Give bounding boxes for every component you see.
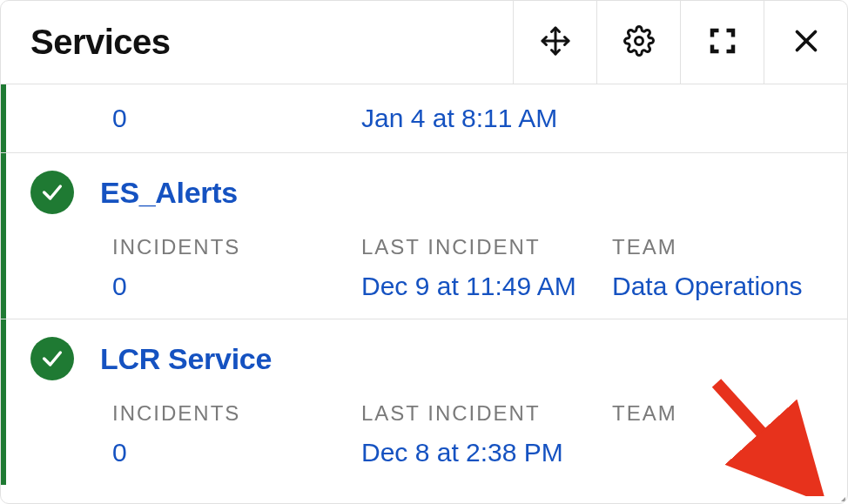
close-button[interactable] <box>764 1 847 84</box>
last-incident-value[interactable]: Dec 9 at 11:49 AM <box>361 272 612 301</box>
svg-point-2 <box>635 37 643 44</box>
team-label: Team <box>612 235 818 259</box>
service-row[interactable]: ES_Alerts Incidents 0 Last Incident Dec … <box>1 153 847 319</box>
status-edge <box>1 153 6 319</box>
service-row[interactable]: 0 Jan 4 at 8:11 AM <box>1 84 847 153</box>
expand-icon <box>707 25 738 60</box>
incidents-value[interactable]: 0 <box>112 104 361 133</box>
panel-toolbar <box>513 1 847 84</box>
service-name-link[interactable]: ES_Alerts <box>100 176 238 210</box>
last-incident-value[interactable]: Jan 4 at 8:11 AM <box>361 104 612 133</box>
status-ok-icon <box>30 171 74 214</box>
service-row[interactable]: LCR Service Incidents 0 Last Incident De… <box>1 319 847 485</box>
resize-handle[interactable] <box>831 487 845 501</box>
status-edge <box>1 319 6 485</box>
team-label: Team <box>612 401 818 426</box>
last-incident-value[interactable]: Dec 8 at 2:38 PM <box>361 438 612 467</box>
services-panel: Services <box>0 0 848 504</box>
move-button[interactable] <box>513 1 596 84</box>
close-icon <box>791 25 822 60</box>
last-incident-label: Last Incident <box>361 401 612 426</box>
status-ok-icon <box>30 337 74 380</box>
last-incident-label: Last Incident <box>361 235 612 259</box>
incidents-label: Incidents <box>112 235 361 259</box>
incidents-value[interactable]: 0 <box>112 272 361 301</box>
move-icon <box>540 25 571 60</box>
service-name-link[interactable]: LCR Service <box>100 342 272 376</box>
team-value[interactable]: Data Operations <box>612 272 818 301</box>
gear-icon <box>623 25 655 60</box>
settings-button[interactable] <box>596 1 680 84</box>
incidents-value[interactable]: 0 <box>112 438 361 467</box>
panel-header: Services <box>1 1 847 84</box>
incidents-label: Incidents <box>112 401 361 426</box>
fullscreen-button[interactable] <box>680 1 764 84</box>
status-edge <box>1 84 6 152</box>
panel-title: Services <box>1 1 513 84</box>
